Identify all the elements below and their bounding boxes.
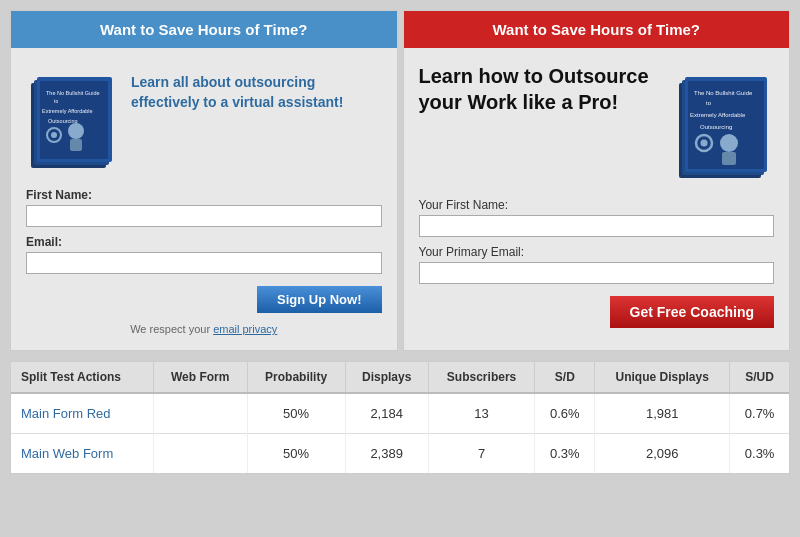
left-form-top: The No Bullshit Guide to Extremely Affor…: [26, 63, 382, 173]
row1-sd: 0.6%: [535, 393, 595, 434]
table-body: Main Form Red 50% 2,184 13 0.6% 1,981 0.…: [11, 393, 789, 473]
left-form-header: Want to Save Hours of Time?: [11, 11, 397, 48]
left-email-input[interactable]: [26, 252, 382, 274]
right-book-image: The No Bullshit Guide to Extremely Affor…: [674, 63, 774, 183]
svg-point-8: [68, 123, 84, 139]
svg-text:Extremely Affordable: Extremely Affordable: [42, 108, 93, 114]
col-split-test-actions: Split Test Actions: [11, 362, 153, 393]
row1-web-form: [153, 393, 247, 434]
left-privacy-text: We respect your email privacy: [26, 323, 382, 335]
row1-probability: 50%: [247, 393, 345, 434]
right-email-label: Your Primary Email:: [419, 245, 775, 259]
row1-unique-displays: 1,981: [595, 393, 730, 434]
split-test-table: Split Test Actions Web Form Probability …: [11, 362, 789, 473]
row2-probability: 50%: [247, 434, 345, 474]
col-sud: S/UD: [730, 362, 789, 393]
svg-text:Extremely Affordable: Extremely Affordable: [690, 112, 746, 118]
col-probability: Probability: [247, 362, 345, 393]
col-displays: Displays: [345, 362, 428, 393]
right-coaching-button[interactable]: Get Free Coaching: [610, 296, 774, 328]
svg-text:The No Bullshit Guide: The No Bullshit Guide: [46, 90, 100, 96]
left-form-body: The No Bullshit Guide to Extremely Affor…: [11, 48, 397, 350]
svg-text:Outsourcing: Outsourcing: [700, 124, 732, 130]
table-header-row: Split Test Actions Web Form Probability …: [11, 362, 789, 393]
main-container: Want to Save Hours of Time? The No Bulls…: [0, 0, 800, 484]
row2-displays: 2,389: [345, 434, 428, 474]
right-firstname-label: Your First Name:: [419, 198, 775, 212]
svg-text:The No Bullshit Guide: The No Bullshit Guide: [694, 90, 753, 96]
right-form-tagline: Learn how to Outsource your Work like a …: [419, 63, 665, 115]
row2-sud: 0.3%: [730, 434, 789, 474]
right-form-top: Learn how to Outsource your Work like a …: [419, 63, 775, 183]
left-signup-button[interactable]: Sign Up Now!: [257, 286, 382, 313]
svg-point-23: [701, 140, 708, 147]
right-email-input[interactable]: [419, 262, 775, 284]
left-book-image: The No Bullshit Guide to Extremely Affor…: [26, 63, 116, 173]
svg-text:to: to: [706, 100, 712, 106]
svg-rect-21: [722, 152, 736, 165]
svg-text:Outsourcing: Outsourcing: [48, 118, 78, 124]
col-unique-displays: Unique Displays: [595, 362, 730, 393]
left-form: Want to Save Hours of Time? The No Bulls…: [10, 10, 398, 351]
left-firstname-label: First Name:: [26, 188, 382, 202]
col-subscribers: Subscribers: [428, 362, 535, 393]
row1-action[interactable]: Main Form Red: [11, 393, 153, 434]
left-email-label: Email:: [26, 235, 382, 249]
row1-displays: 2,184: [345, 393, 428, 434]
right-form-body: Learn how to Outsource your Work like a …: [404, 48, 790, 343]
table-header: Split Test Actions Web Form Probability …: [11, 362, 789, 393]
svg-rect-9: [70, 139, 82, 151]
split-test-table-container: Split Test Actions Web Form Probability …: [10, 361, 790, 474]
table-row: Main Web Form 50% 2,389 7 0.3% 2,096 0.3…: [11, 434, 789, 474]
row2-unique-displays: 2,096: [595, 434, 730, 474]
row2-action[interactable]: Main Web Form: [11, 434, 153, 474]
col-web-form: Web Form: [153, 362, 247, 393]
row1-sud: 0.7%: [730, 393, 789, 434]
row2-subscribers: 7: [428, 434, 535, 474]
left-privacy-link[interactable]: email privacy: [213, 323, 277, 335]
right-form: Want to Save Hours of Time? Learn how to…: [403, 10, 791, 351]
svg-point-11: [51, 132, 57, 138]
row2-web-form: [153, 434, 247, 474]
right-firstname-input[interactable]: [419, 215, 775, 237]
svg-point-20: [720, 134, 738, 152]
table-row: Main Form Red 50% 2,184 13 0.6% 1,981 0.…: [11, 393, 789, 434]
left-form-tagline: Learn all about outsourcing effectively …: [131, 63, 382, 112]
col-sd: S/D: [535, 362, 595, 393]
row1-subscribers: 13: [428, 393, 535, 434]
row2-sd: 0.3%: [535, 434, 595, 474]
forms-row: Want to Save Hours of Time? The No Bulls…: [10, 10, 790, 351]
left-firstname-input[interactable]: [26, 205, 382, 227]
right-form-header: Want to Save Hours of Time?: [404, 11, 790, 48]
svg-text:to: to: [54, 98, 58, 104]
